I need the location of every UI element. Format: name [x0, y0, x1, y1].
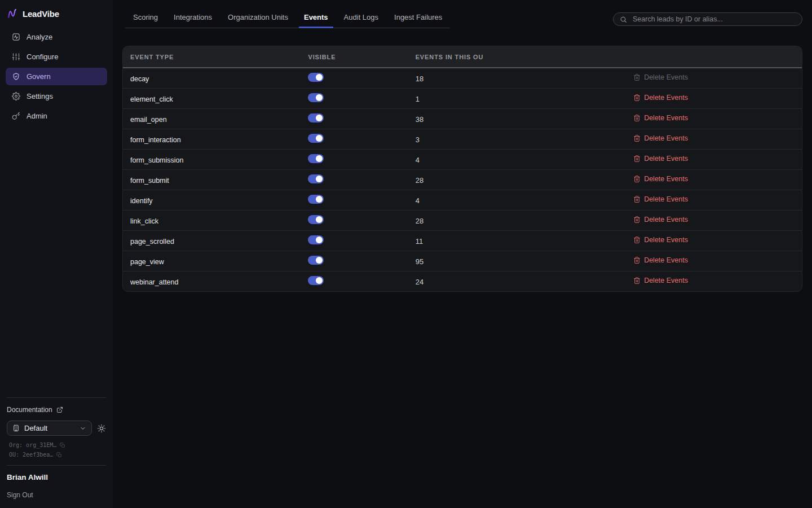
- delete-events-label: Delete Events: [644, 277, 688, 284]
- tab-events[interactable]: Events: [296, 12, 336, 28]
- visible-toggle[interactable]: [308, 195, 324, 204]
- event-count: 18: [416, 75, 423, 83]
- delete-events-label: Delete Events: [644, 236, 688, 244]
- trash-icon: [633, 277, 641, 284]
- sidebar: LeadVibe Analyze Configure Govern: [0, 0, 113, 508]
- visible-toggle[interactable]: [308, 276, 324, 285]
- table-header-row: EVENT TYPE VISIBLE EVENTS IN THIS OU: [123, 46, 802, 68]
- visible-toggle[interactable]: [308, 73, 324, 82]
- environment-select[interactable]: Default: [7, 421, 92, 436]
- user-name: Brian Alwill: [7, 473, 106, 481]
- copy-icon[interactable]: [60, 443, 65, 448]
- table-row: element_click 1 Delete Events: [123, 89, 802, 109]
- app-title: LeadVibe: [23, 9, 59, 19]
- trash-icon: [633, 94, 641, 102]
- documentation-link[interactable]: Documentation: [7, 406, 106, 414]
- delete-events-label: Delete Events: [644, 175, 688, 183]
- event-type-label: element_click: [130, 95, 173, 103]
- visible-toggle[interactable]: [308, 134, 324, 143]
- event-type-label: page_view: [130, 258, 164, 266]
- delete-events-button[interactable]: Delete Events: [633, 134, 688, 142]
- trash-icon: [633, 236, 641, 244]
- event-type-label: form_interaction: [130, 136, 181, 144]
- table-row: webinar_attend 24 Delete Events: [123, 271, 802, 292]
- event-count: 4: [416, 156, 420, 164]
- tab-organization-units[interactable]: Organization Units: [220, 12, 296, 28]
- ou-id-row: OU: 2eef3bea…: [9, 452, 106, 458]
- delete-events-button[interactable]: Delete Events: [633, 114, 688, 122]
- visible-toggle[interactable]: [308, 256, 324, 265]
- theme-toggle-button[interactable]: [97, 424, 106, 433]
- events-table: EVENT TYPE VISIBLE EVENTS IN THIS OU dec…: [122, 46, 802, 292]
- tab-audit-logs[interactable]: Audit Logs: [336, 12, 386, 28]
- tab-bar: Scoring Integrations Organization Units …: [125, 12, 450, 28]
- sidebar-item-govern[interactable]: Govern: [6, 68, 107, 85]
- tab-ingest-failures[interactable]: Ingest Failures: [386, 12, 450, 28]
- org-id-row: Org: org_31EM…: [9, 442, 106, 448]
- key-icon: [12, 112, 20, 120]
- leadvibe-logo-icon: [7, 8, 18, 19]
- sidebar-footer: Documentation Default: [0, 397, 113, 501]
- sidebar-item-label: Configure: [27, 52, 58, 61]
- event-type-label: page_scrolled: [130, 238, 174, 246]
- tab-scoring[interactable]: Scoring: [125, 12, 166, 28]
- event-count: 28: [416, 176, 423, 185]
- visible-toggle[interactable]: [308, 93, 324, 102]
- sidebar-item-label: Analyze: [27, 33, 52, 41]
- delete-events-button[interactable]: Delete Events: [633, 277, 688, 284]
- event-count: 95: [416, 257, 423, 266]
- event-type-label: webinar_attend: [130, 278, 178, 286]
- documentation-label: Documentation: [7, 406, 52, 414]
- delete-events-button[interactable]: Delete Events: [633, 216, 688, 224]
- chevron-down-icon: [80, 425, 86, 432]
- sidebar-nav: Analyze Configure Govern Settings: [0, 28, 113, 125]
- search-input[interactable]: [632, 15, 796, 24]
- delete-events-label: Delete Events: [644, 94, 688, 102]
- main-content: Scoring Integrations Organization Units …: [113, 0, 812, 508]
- sidebar-item-admin[interactable]: Admin: [6, 107, 107, 125]
- sign-out-link[interactable]: Sign Out: [7, 491, 106, 499]
- divider: [7, 397, 106, 398]
- delete-events-button[interactable]: Delete Events: [633, 236, 688, 244]
- table-row: decay 18 Delete Events: [123, 68, 802, 89]
- delete-events-label: Delete Events: [644, 216, 688, 224]
- sidebar-item-configure[interactable]: Configure: [6, 48, 107, 65]
- building-icon: [12, 424, 20, 432]
- sun-icon: [97, 424, 106, 433]
- tab-integrations[interactable]: Integrations: [166, 12, 220, 28]
- column-header-actions: [626, 46, 802, 68]
- delete-events-label: Delete Events: [644, 114, 688, 122]
- event-type-label: email_open: [130, 116, 167, 124]
- environment-select-value: Default: [24, 424, 47, 432]
- activity-icon: [12, 33, 20, 41]
- visible-toggle[interactable]: [308, 174, 324, 183]
- environment-row: Default: [7, 421, 106, 436]
- event-count: 3: [416, 135, 420, 144]
- delete-events-label: Delete Events: [644, 73, 688, 81]
- table-body: decay 18 Delete Events element_click 1: [123, 68, 802, 291]
- delete-events-button[interactable]: Delete Events: [633, 155, 688, 163]
- sidebar-item-settings[interactable]: Settings: [6, 87, 107, 105]
- event-type-label: form_submission: [130, 156, 183, 164]
- sidebar-item-label: Settings: [27, 92, 53, 100]
- delete-events-button[interactable]: Delete Events: [633, 73, 688, 81]
- table-row: link_click 28 Delete Events: [123, 211, 802, 231]
- copy-icon[interactable]: [56, 452, 62, 458]
- trash-icon: [633, 134, 641, 142]
- table-row: page_scrolled 11 Delete Events: [123, 231, 802, 251]
- event-type-label: form_submit: [130, 177, 169, 185]
- sidebar-item-analyze[interactable]: Analyze: [6, 28, 107, 46]
- column-header-events-in-ou: EVENTS IN THIS OU: [408, 46, 626, 68]
- delete-events-button[interactable]: Delete Events: [633, 256, 688, 264]
- visible-toggle[interactable]: [308, 235, 324, 244]
- table-row: form_submit 28 Delete Events: [123, 170, 802, 190]
- delete-events-button[interactable]: Delete Events: [633, 94, 688, 102]
- visible-toggle[interactable]: [308, 154, 324, 163]
- event-type-label: identify: [130, 197, 153, 205]
- event-count: 1: [416, 95, 420, 103]
- delete-events-button[interactable]: Delete Events: [633, 195, 688, 203]
- delete-events-button[interactable]: Delete Events: [633, 175, 688, 183]
- visible-toggle[interactable]: [308, 113, 324, 122]
- event-type-label: link_click: [130, 217, 158, 225]
- visible-toggle[interactable]: [308, 215, 324, 224]
